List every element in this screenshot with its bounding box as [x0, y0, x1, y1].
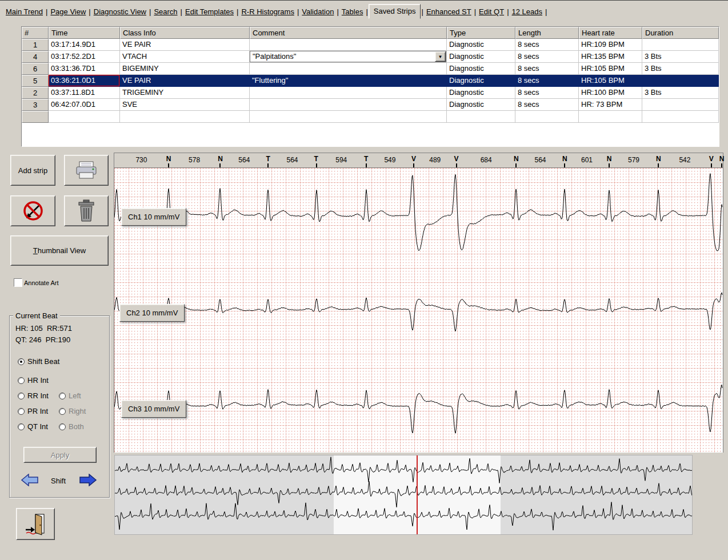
radio-shift-beat-circle[interactable] — [18, 358, 25, 365]
length-cell: 8 secs — [515, 63, 579, 75]
beat-annotation-n[interactable]: N — [656, 155, 661, 163]
rr-interval-label: 542 — [677, 156, 693, 164]
column-header-class-info[interactable]: Class Info — [120, 27, 250, 39]
length-cell: 8 secs — [515, 87, 579, 99]
overview-cursor-line[interactable] — [417, 455, 418, 534]
radio-rr-int-label: RR Int — [27, 392, 49, 400]
beat-tick — [609, 163, 610, 167]
tab-tables[interactable]: Tables — [339, 6, 366, 18]
beat-annotation-v[interactable]: V — [454, 155, 459, 163]
tab-diagnostic-view[interactable]: Diagnostic View — [91, 6, 149, 18]
radio-both: Both — [59, 423, 84, 431]
radio-qt-int-circle[interactable] — [18, 423, 25, 430]
apply-button[interactable]: Apply — [23, 447, 97, 463]
heart-rate-cell — [579, 111, 642, 123]
beat-annotation-n[interactable]: N — [607, 155, 612, 163]
tab-saved-strips[interactable]: Saved Strips — [369, 4, 421, 19]
column-header-length[interactable]: Length — [515, 27, 579, 39]
class-info-cell: BIGEMINY — [120, 63, 250, 75]
ecg-grid[interactable]: Ch1 10 mm/mVCh2 10 mm/mVCh3 10 mm/mV — [114, 168, 723, 453]
shift-right-button[interactable] — [79, 474, 97, 488]
channel-label-ch3[interactable]: Ch3 10 mm/mV — [121, 400, 186, 418]
annotate-art-checkbox[interactable] — [14, 278, 22, 287]
beat-tick — [564, 163, 565, 167]
class-info-cell: VE PAIR — [120, 39, 250, 51]
column-header-heart-rate[interactable]: Heart rate — [579, 27, 642, 39]
type-cell: Diagnostic — [447, 99, 515, 111]
current-beat-qt-pr: QT: 246 PR:190 — [15, 335, 70, 344]
beat-annotation-v[interactable]: V — [709, 155, 714, 163]
radio-pr-int[interactable]: PR Int — [18, 407, 48, 415]
channel-label-ch2[interactable]: Ch2 10 mm/mV — [119, 304, 185, 322]
length-cell — [515, 111, 579, 123]
beat-annotation-v[interactable]: V — [411, 155, 416, 163]
radio-hr-int[interactable]: HR Int — [18, 377, 49, 385]
tab-enhanced-st[interactable]: Enhanced ST — [424, 6, 474, 18]
exit-door-icon — [24, 513, 47, 535]
tab-edit-templates[interactable]: Edit Templates — [183, 6, 236, 18]
tab-validation[interactable]: Validation — [299, 6, 336, 18]
beat-annotation-n[interactable]: N — [166, 155, 171, 163]
column-header-duration[interactable]: Duration — [642, 27, 719, 39]
beat-annotation-n[interactable]: N — [218, 155, 223, 163]
radio-right: Right — [59, 407, 86, 415]
radio-shift-beat[interactable]: Shift Beat — [18, 358, 59, 366]
beat-annotation-n[interactable]: N — [514, 155, 519, 163]
add-strip-button[interactable]: Add strip — [10, 155, 55, 186]
radio-both-label: Both — [69, 423, 84, 431]
strip-row-4[interactable]: 403:17:52.2D1VTACH"Palpitations"▼Diagnos… — [22, 51, 719, 63]
class-info-cell: TRIGEMINY — [120, 87, 250, 99]
tab-main-trend[interactable]: Main Trend — [3, 6, 45, 18]
row-number-cell: 5 — [22, 75, 49, 87]
column-header-number[interactable]: # — [22, 27, 49, 39]
strip-row-6[interactable]: 603:31:36.7D1BIGEMINYDiagnostic8 secsHR:… — [22, 63, 719, 75]
column-header-type[interactable]: Type — [447, 27, 515, 39]
length-cell: 8 secs — [515, 51, 579, 63]
ecg-overview-strip[interactable] — [114, 455, 693, 535]
tab-edit-qt[interactable]: Edit QT — [477, 6, 506, 18]
radio-pr-int-circle[interactable] — [18, 408, 25, 415]
comment-cell — [250, 63, 447, 75]
delete-strip-button[interactable] — [64, 195, 109, 226]
beat-annotation-t[interactable]: T — [364, 155, 368, 163]
beat-annotation-t[interactable]: T — [266, 155, 270, 163]
class-info-cell: SVE — [120, 99, 250, 111]
shift-left-button[interactable] — [21, 474, 38, 488]
radio-left: Left — [59, 392, 81, 400]
beat-annotation-n[interactable]: N — [562, 155, 567, 163]
channel-label-ch1[interactable]: Ch1 10 mm/mV — [121, 208, 186, 226]
radio-hr-int-circle[interactable] — [18, 377, 25, 384]
row-number-cell: 3 — [22, 99, 49, 111]
tab-12-leads[interactable]: 12 Leads — [510, 6, 545, 18]
tab-r-r-histograms[interactable]: R-R Histograms — [239, 6, 296, 18]
strip-row-3[interactable]: 306:42:07.0D1SVEDiagnostic8 secsHR: 73 B… — [22, 99, 719, 111]
heart-rate-cell: HR:135 BPM — [579, 51, 642, 63]
shift-label: Shift — [51, 477, 66, 485]
radio-rr-int-circle[interactable] — [18, 393, 25, 399]
column-header-comment[interactable]: Comment — [250, 27, 447, 39]
comment-cell: "Fluttering" — [250, 75, 447, 87]
print-button[interactable] — [64, 155, 109, 186]
beat-annotation-n[interactable]: N — [719, 155, 725, 163]
radio-hr-int-label: HR Int — [27, 377, 49, 385]
radio-qt-int[interactable]: QT Int — [18, 423, 48, 431]
tab-search[interactable]: Search — [151, 6, 179, 18]
class-info-cell: VTACH — [120, 51, 250, 63]
strip-row-1[interactable]: 103:17:14.9D1VE PAIRDiagnostic8 secsHR:1… — [22, 39, 719, 51]
dropdown-arrow-icon[interactable]: ▼ — [435, 51, 446, 62]
tab-page-view[interactable]: Page View — [48, 6, 88, 18]
strip-row-empty[interactable] — [22, 111, 719, 123]
row-number-cell: 6 — [22, 63, 49, 75]
radio-rr-int[interactable]: RR Int — [18, 392, 49, 400]
exit-button[interactable] — [16, 508, 55, 540]
discard-beat-button[interactable] — [10, 195, 55, 226]
duration-cell — [642, 111, 719, 123]
beat-tick — [515, 163, 517, 167]
heart-rate-cell: HR:100 BPM — [579, 87, 642, 99]
thumbnail-view-button[interactable]: Thumbnail View — [10, 235, 109, 266]
strip-row-2[interactable]: 203:37:11.8D1TRIGEMINYDiagnostic8 secsHR… — [22, 87, 719, 99]
comment-combobox[interactable]: "Palpitations"▼ — [250, 51, 446, 62]
beat-annotation-t[interactable]: T — [314, 155, 318, 163]
column-header-time[interactable]: Time — [49, 27, 120, 39]
strip-row-5[interactable]: 503:36:21.0D1VE PAIR"Fluttering"Diagnost… — [22, 75, 719, 87]
